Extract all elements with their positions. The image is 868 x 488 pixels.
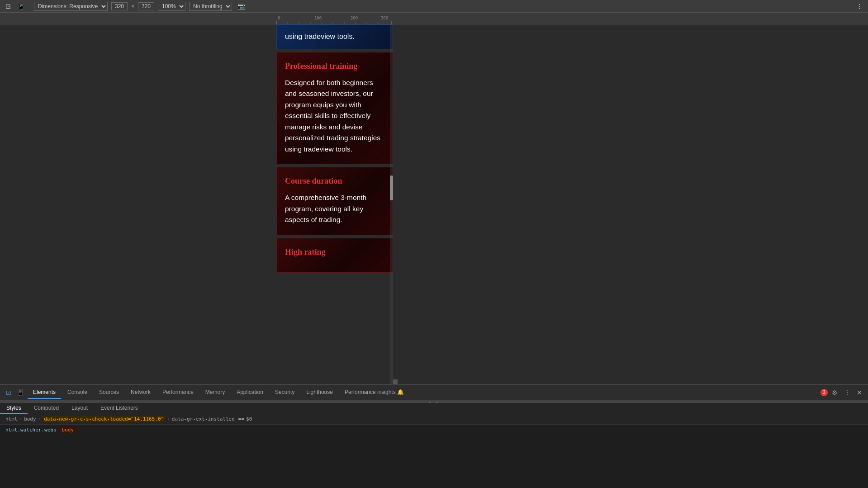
mobile-scrollbar-track[interactable] [390,24,393,384]
tab-network[interactable]: Network [125,386,156,399]
devtools-panel: ⊡ 📱 Elements Console Sources Network Per… [0,384,868,488]
dimension-separator: × [131,3,134,9]
course-duration-card: Course duration A comprehensive 3-month … [276,167,393,235]
devtools-tabs-bar: ⊡ 📱 Elements Console Sources Network Per… [0,385,868,400]
tab-sources[interactable]: Sources [94,386,124,399]
devtools-inspect-icon[interactable]: ⊡ [4,2,13,11]
tab-performance[interactable]: Performance [157,386,199,399]
breadcrumb-data-attr: data-new-gr-c-s-check-loaded="14.1165.0" [43,416,165,422]
course-duration-text: A comprehensive 3-month program, coverin… [285,192,384,225]
professional-training-card: Professional training Designed for both … [276,52,393,164]
devtools-inspect-btn[interactable]: ⊡ [4,388,14,397]
tab-elements[interactable]: Elements [28,386,61,399]
error-badge: 3 [821,389,828,396]
styles-tab-row: Styles Computed Layout Event Listeners [0,403,868,414]
tab-lighthouse[interactable]: Lighthouse [301,386,338,399]
tab-performance-insights[interactable]: Performance insights 🔔 [339,386,409,399]
top-card-text: using tradeview tools. [285,31,384,43]
breadcrumb-body: body [24,416,36,422]
top-card-partial: using tradeview tools. [276,24,393,49]
devtools-device-btn[interactable]: 📱 [14,388,27,397]
breadcrumb-data-ext: data-gr-ext-installed [172,416,235,422]
more-options-btn[interactable]: ⋮ [854,2,864,11]
devtools-bottom-bar: html.watcher.webp body [0,424,868,435]
mobile-viewport: using tradeview tools. Professional trai… [276,24,393,384]
high-rating-title: High rating [285,247,384,257]
styles-tab-styles[interactable]: Styles [0,403,28,414]
high-rating-card: High rating [276,238,393,273]
devtools-device-icon[interactable]: 📱 [15,2,27,11]
tab-console[interactable]: Console [62,386,93,399]
styles-tab-layout[interactable]: Layout [65,403,94,414]
devtools-close-btn[interactable]: ✕ [854,388,864,397]
professional-training-title: Professional training [285,62,384,71]
capture-screenshot-btn[interactable]: 📷 [236,2,247,11]
bottom-bar-file: html.watcher.webp [5,427,57,433]
breadcrumb-dollar: $0 [246,416,252,422]
professional-training-text: Designed for both beginners and seasoned… [285,77,384,155]
svg-text:0: 0 [278,16,280,21]
bottom-bar-tag: body [60,426,76,433]
dimensions-select[interactable]: Dimensions: Responsive [34,2,108,11]
mobile-scrollbar-thumb[interactable] [390,175,393,200]
svg-text:200: 200 [351,16,358,21]
svg-text:100: 100 [314,16,322,21]
content-body: using tradeview tools. Professional trai… [0,24,868,384]
zoom-select[interactable]: 100% [158,2,185,11]
svg-text:300: 300 [381,16,388,21]
breadcrumb-equals: == [238,416,244,422]
browser-toolbar: ⊡ 📱 Dimensions: Responsive × 100% No thr… [0,0,868,13]
course-duration-title: Course duration [285,176,384,186]
tab-application[interactable]: Application [231,386,269,399]
tab-security[interactable]: Security [270,386,300,399]
viewport-resize-handle[interactable] [393,379,398,384]
viewport-height-input[interactable] [138,2,154,10]
styles-tab-computed[interactable]: Computed [28,403,65,414]
ruler-bar: 0 100 200 300 [0,13,868,24]
devtools-breadcrumb: html › body › data-new-gr-c-s-check-load… [0,414,868,424]
styles-tab-event-listeners[interactable]: Event Listeners [94,403,144,414]
viewport-width-input[interactable] [111,2,128,10]
devtools-settings-btn[interactable]: ⚙ [830,388,840,397]
throttling-select[interactable]: No throttling [189,2,232,11]
devtools-more-btn[interactable]: ⋮ [842,388,853,397]
tab-memory[interactable]: Memory [200,386,230,399]
breadcrumb-html: html [5,416,18,422]
resize-dots-icon: = = [429,399,439,404]
